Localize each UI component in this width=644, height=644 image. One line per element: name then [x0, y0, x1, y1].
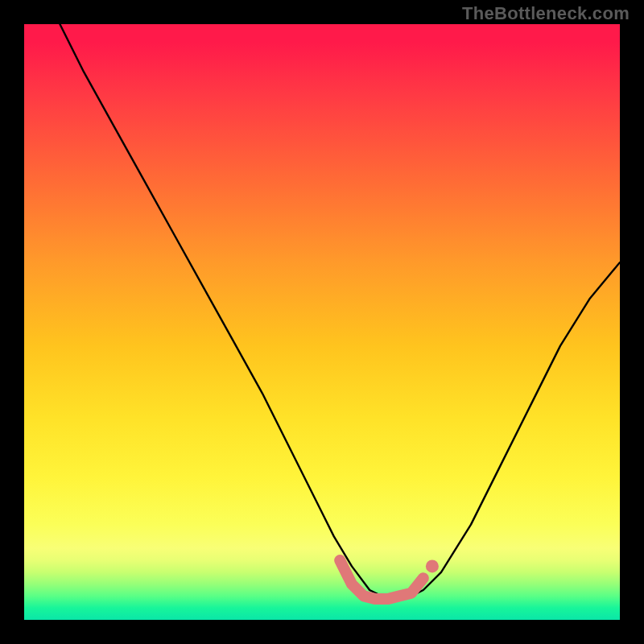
bottleneck-curve — [60, 24, 620, 596]
plot-area — [24, 24, 620, 620]
chart-svg — [24, 24, 620, 620]
watermark-text: TheBottleneck.com — [462, 3, 630, 24]
valley-end-dot — [426, 559, 439, 572]
chart-frame: TheBottleneck.com — [0, 0, 644, 644]
